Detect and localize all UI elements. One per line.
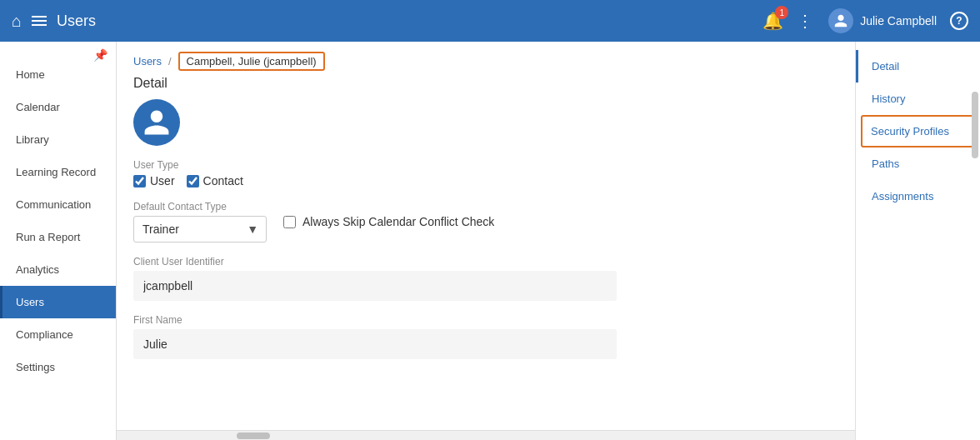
notification-badge: 1	[775, 6, 788, 19]
contact-type-label: Default Contact Type	[133, 201, 267, 212]
contact-checkbox-label: Contact	[203, 174, 243, 188]
client-user-id-input[interactable]	[133, 271, 617, 301]
breadcrumb-current[interactable]: Campbell, Julie (jcampbell)	[178, 52, 325, 71]
sidebar-item-analytics[interactable]: Analytics	[0, 253, 116, 286]
notification-bell[interactable]: 🔔 1	[762, 11, 783, 31]
first-name-label: First Name	[133, 314, 838, 326]
right-panel-security-profiles[interactable]: Security Profiles	[861, 115, 975, 148]
right-panel-detail[interactable]: Detail	[856, 50, 980, 82]
right-panel-assignments[interactable]: Assignments	[856, 180, 980, 212]
skip-calendar-label: Always Skip Calendar Conflict Check	[302, 215, 494, 228]
user-type-checkboxes: User Contact	[133, 174, 838, 188]
main-layout: 📌 Home Calendar Library Learning Record …	[0, 42, 980, 440]
user-checkbox-label: User	[150, 174, 175, 188]
main-content: Users / Campbell, Julie (jcampbell) Deta…	[117, 42, 855, 440]
user-name-label: Julie Campbell	[860, 14, 937, 28]
user-checkbox-item: User	[133, 174, 175, 188]
contact-type-dropdown[interactable]: Trainer	[133, 216, 267, 242]
contact-type-dropdown-wrapper: Trainer ▼	[133, 216, 267, 242]
content-body: User Type User Contact Default Contact T…	[117, 99, 855, 430]
user-checkbox[interactable]	[133, 175, 146, 188]
sidebar-item-settings[interactable]: Settings	[0, 351, 116, 383]
right-panel: Detail History Security Profiles Paths A…	[855, 42, 980, 440]
sidebar-item-calendar[interactable]: Calendar	[0, 91, 116, 123]
sidebar-item-communication[interactable]: Communication	[0, 188, 116, 221]
sidebar-item-compliance[interactable]: Compliance	[0, 318, 116, 351]
right-panel-paths[interactable]: Paths	[856, 148, 980, 180]
user-avatar-large	[133, 99, 180, 146]
top-navigation: ⌂ Users 🔔 1 ⋮ Julie Campbell ?	[0, 0, 980, 42]
contact-type-row: Default Contact Type Trainer ▼ Always Sk…	[133, 201, 838, 242]
sidebar: 📌 Home Calendar Library Learning Record …	[0, 42, 117, 440]
section-title: Detail	[117, 71, 855, 99]
bottom-scrollbar[interactable]	[117, 430, 855, 440]
contact-type-section: Default Contact Type Trainer ▼	[133, 201, 267, 242]
contact-checkbox-item: Contact	[187, 174, 243, 188]
home-icon[interactable]: ⌂	[12, 12, 22, 31]
pin-icon[interactable]: 📌	[93, 48, 108, 62]
user-type-label: User Type	[133, 159, 838, 171]
app-title: Users	[57, 12, 96, 30]
sidebar-item-home[interactable]: Home	[0, 58, 116, 91]
breadcrumb-root[interactable]: Users	[133, 55, 162, 68]
more-options-icon[interactable]: ⋮	[797, 11, 815, 31]
client-user-id-section: Client User Identifier	[133, 256, 838, 301]
first-name-section: First Name	[133, 314, 838, 359]
sidebar-item-run-a-report[interactable]: Run a Report	[0, 221, 116, 253]
user-profile[interactable]: Julie Campbell	[828, 8, 937, 33]
help-icon[interactable]: ?	[950, 12, 968, 30]
right-scrollbar[interactable]	[972, 92, 978, 158]
sidebar-item-users[interactable]: Users	[0, 286, 116, 318]
sidebar-item-learning-record[interactable]: Learning Record	[0, 156, 116, 188]
first-name-input[interactable]	[133, 329, 617, 359]
hamburger-icon[interactable]	[32, 16, 47, 26]
sidebar-item-library[interactable]: Library	[0, 123, 116, 156]
nav-left: ⌂ Users	[12, 12, 96, 31]
breadcrumb-separator: /	[168, 55, 172, 68]
skip-calendar-section: Always Skip Calendar Conflict Check	[283, 215, 494, 228]
nav-right: 🔔 1 ⋮ Julie Campbell ?	[762, 8, 968, 33]
contact-checkbox[interactable]	[187, 175, 199, 188]
user-type-section: User Type User Contact	[133, 159, 838, 188]
horizontal-scroll-thumb[interactable]	[237, 432, 270, 439]
avatar	[828, 8, 853, 33]
breadcrumb: Users / Campbell, Julie (jcampbell)	[117, 42, 855, 71]
client-user-id-label: Client User Identifier	[133, 256, 838, 268]
skip-calendar-checkbox[interactable]	[283, 216, 296, 228]
right-panel-history[interactable]: History	[856, 82, 980, 115]
